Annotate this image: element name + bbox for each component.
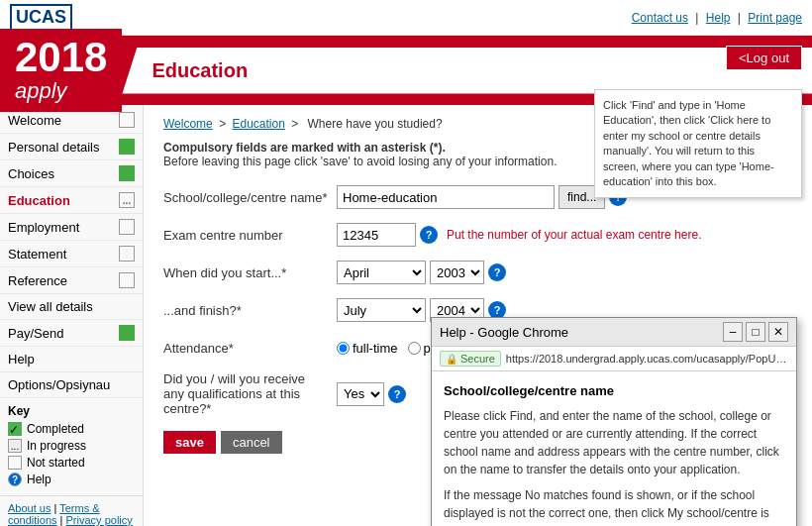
exam-row: Exam centre number ? Put the number of y… [163, 221, 792, 249]
notstarted-box [8, 456, 22, 470]
exam-label: Exam centre number [163, 228, 337, 243]
radio-fulltime[interactable]: full-time [337, 341, 398, 356]
sidebar-item-statement[interactable]: Statement [0, 241, 143, 267]
top-links: Contact us | Help | Print page [632, 11, 802, 25]
close-button[interactable]: ✕ [768, 322, 788, 342]
qual-help-icon[interactable]: ? [388, 385, 406, 403]
contact-link[interactable]: Contact us [632, 11, 688, 25]
cancel-button[interactable]: cancel [221, 431, 282, 454]
popup-content-title: School/college/centre name [444, 381, 784, 401]
help-popup: Help - Google Chrome – □ ✕ 🔒 Secure http… [431, 317, 797, 526]
privacy-link[interactable]: Privacy policy [66, 514, 133, 526]
tooltip-box: Click 'Find' and type in 'Home Education… [594, 89, 802, 198]
exam-info: Put the number of your actual exam centr… [447, 228, 701, 242]
key-section: Key ✓ Completed ... In progress Not star… [0, 398, 143, 495]
lock-icon: 🔒 [446, 354, 457, 365]
sidebar-item-options[interactable]: Options/Opsiynau [0, 372, 143, 398]
breadcrumb-welcome[interactable]: Welcome [163, 117, 213, 131]
popup-titlebar: Help - Google Chrome – □ ✕ [432, 318, 796, 347]
header-left: 2018 apply [0, 29, 122, 112]
logout-button[interactable]: <Log out [726, 46, 802, 70]
school-input[interactable] [337, 185, 555, 209]
key-inprogress: ... In progress [8, 439, 135, 453]
finish-month-select[interactable]: July JanuaryFebruaryMarch AprilMayJune A… [337, 298, 426, 322]
school-label: School/college/centre name* [163, 190, 337, 205]
sidebar-item-paysend[interactable]: Pay/Send [0, 320, 143, 347]
breadcrumb-current: Where have you studied? [308, 117, 443, 131]
popup-para-1: Please click Find, and enter the name of… [444, 407, 784, 478]
sidebar-check-welcome [119, 112, 135, 128]
qual-label: Did you / will you receive any qualifica… [163, 371, 337, 416]
qual-select[interactable]: Yes No [337, 382, 384, 406]
notice-line1: Compulsory fields are marked with an ast… [163, 141, 446, 155]
sidebar-check-reference [119, 272, 135, 288]
sidebar-item-reference[interactable]: Reference [0, 267, 143, 294]
breadcrumb-education[interactable]: Education [232, 117, 284, 131]
page-title: Education [152, 59, 248, 82]
sidebar-check-personal [119, 139, 135, 155]
key-title: Key [8, 404, 135, 418]
start-year-select[interactable]: 2003200020012002 20042005 [430, 261, 484, 284]
url-text: https://2018.undergrad.apply.ucas.com/uc… [506, 353, 788, 365]
start-help-icon[interactable]: ? [488, 263, 506, 281]
exam-help-icon[interactable]: ? [420, 226, 438, 244]
popup-url-bar: 🔒 Secure https://2018.undergrad.apply.uc… [432, 347, 796, 371]
tooltip-text: Click 'Find' and type in 'Home Education… [603, 99, 774, 187]
header-title-area: Education [122, 48, 812, 94]
help-link[interactable]: Help [706, 11, 731, 25]
exam-controls: ? Put the number of your actual exam cen… [337, 223, 792, 247]
about-link[interactable]: About us [8, 502, 51, 514]
sidebar-check-choices [119, 165, 135, 181]
sidebar-check-employment [119, 219, 135, 235]
minimize-button[interactable]: – [723, 322, 743, 342]
sidebar-item-employment[interactable]: Employment [0, 214, 143, 241]
print-link[interactable]: Print page [748, 11, 802, 25]
start-controls: April JanuaryFebruaryMarch MayJuneJuly A… [337, 261, 792, 284]
popup-content: School/college/centre name Please click … [432, 371, 796, 526]
completed-box: ✓ [8, 422, 22, 436]
key-notstarted: Not started [8, 456, 135, 470]
finish-label: ...and finish?* [163, 303, 337, 318]
exam-input[interactable] [337, 223, 416, 247]
apply-logo: 2018 apply [15, 37, 107, 104]
start-row: When did you start...* April JanuaryFebr… [163, 259, 792, 286]
ucas-logo: UCAS [10, 4, 72, 31]
popup-title-left: Help - Google Chrome [440, 325, 568, 340]
maximize-button[interactable]: □ [746, 322, 765, 342]
sidebar-check-statement [119, 246, 135, 262]
popup-window-buttons: – □ ✕ [723, 322, 788, 342]
key-completed: ✓ Completed [8, 422, 135, 436]
start-label: When did you start...* [163, 265, 337, 280]
save-button[interactable]: save [163, 431, 216, 454]
sidebar-check-paysend [119, 325, 135, 341]
sidebar-item-help[interactable]: Help [0, 347, 143, 372]
sidebar-item-personal[interactable]: Personal details [0, 134, 143, 160]
inprogress-box: ... [8, 439, 22, 453]
help-key-box: ? [8, 473, 22, 486]
sidebar: Welcome Personal details Choices Educati… [0, 105, 144, 526]
notice-line2: Before leaving this page click 'save' to… [163, 155, 557, 168]
secure-label: Secure [460, 353, 495, 365]
about-links: About us | Terms & conditions | Privacy … [0, 495, 143, 526]
sidebar-item-viewall[interactable]: View all details [0, 294, 143, 320]
sidebar-item-education[interactable]: Education ... [0, 187, 143, 214]
key-help: ? Help [8, 473, 135, 486]
popup-title: Help - Google Chrome [440, 325, 568, 340]
sidebar-item-choices[interactable]: Choices [0, 160, 143, 187]
sidebar-check-education: ... [119, 192, 135, 208]
radio-fulltime-input[interactable] [337, 342, 350, 355]
start-month-select[interactable]: April JanuaryFebruaryMarch MayJuneJuly A… [337, 261, 426, 284]
radio-parttime-input[interactable] [408, 342, 421, 355]
secure-badge: 🔒 Secure [440, 351, 501, 367]
attendance-label: Attendance* [163, 341, 337, 356]
popup-para-2: If the message No matches found is shown… [444, 486, 784, 527]
